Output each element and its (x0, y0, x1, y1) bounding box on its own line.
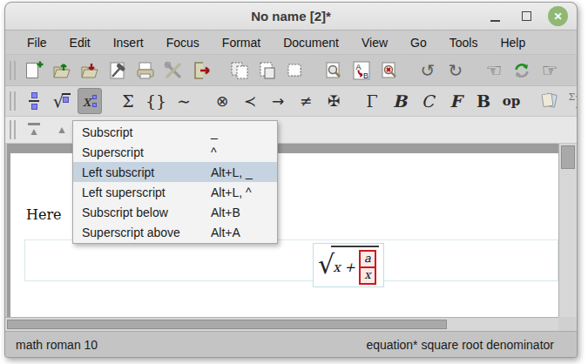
toolbar-grip[interactable] (10, 120, 16, 139)
equation-block[interactable]: √ x + a x (24, 239, 558, 281)
fraktur-f-icon: F (449, 93, 462, 110)
gamma-icon: Γ (366, 93, 377, 110)
close-icon: ✕ (553, 10, 562, 23)
maximize-icon (522, 11, 531, 21)
menu-item-superscript[interactable]: Superscript ^ (73, 142, 277, 162)
equation[interactable]: √ x + a x (313, 243, 384, 287)
vertical-scrollbar[interactable] (558, 144, 577, 317)
menu-document[interactable]: Document (274, 33, 348, 52)
menu-insert[interactable]: Insert (104, 33, 153, 52)
bold-b-icon: B (393, 93, 407, 110)
statusbar: math roman 10 equation* square root deno… (5, 331, 577, 357)
calligraphic-c-icon: C (422, 93, 435, 110)
undo-button[interactable]: ↺ (416, 57, 440, 84)
greek-letters-button[interactable]: Γ (360, 88, 384, 114)
back-button[interactable]: ☜ (482, 57, 506, 84)
menu-item-superscript-above[interactable]: Superscript above Alt+A (73, 222, 277, 242)
subscript-superscript-icon: x (83, 92, 98, 110)
cut-button[interactable] (283, 57, 308, 84)
accent-button[interactable]: ∼ (172, 88, 196, 114)
spell-check-button[interactable] (377, 57, 402, 84)
focus-top-button[interactable]: ▲ (22, 117, 46, 143)
close-document-button[interactable] (189, 57, 213, 84)
paste-icon (257, 60, 278, 81)
fraction[interactable]: a x (359, 250, 376, 285)
new-document-icon (24, 60, 44, 81)
op-icon: op (503, 95, 521, 108)
blackboard-letters-button[interactable]: B (471, 88, 496, 114)
menu-tools[interactable]: Tools (440, 33, 488, 52)
toolbar-grip[interactable] (10, 61, 16, 80)
build-page-button[interactable] (105, 57, 130, 84)
main-toolbar: A B ↺ ↻ ☜ (5, 55, 577, 86)
replace-button[interactable]: A B (349, 57, 374, 84)
reload-button[interactable] (510, 57, 534, 84)
menubar: File Edit Insert Focus Format Document V… (5, 30, 577, 55)
bold-letters-button[interactable]: B (388, 88, 412, 114)
triangle-top-icon: ▲ (28, 123, 40, 137)
negation-button[interactable]: ≠ (294, 88, 318, 114)
relation-button[interactable]: ≺ (238, 88, 262, 114)
menu-go[interactable]: Go (401, 33, 436, 52)
calligraphic-letters-button[interactable]: C (416, 88, 440, 114)
misc-symbol-button[interactable]: ✠ (321, 88, 346, 114)
maximize-button[interactable] (517, 7, 536, 26)
menu-focus[interactable]: Focus (157, 33, 209, 52)
toolbar-grip[interactable] (10, 91, 16, 111)
new-document-button[interactable] (22, 57, 46, 84)
back-hand-icon: ☜ (486, 60, 503, 81)
redo-button[interactable]: ↻ (443, 57, 468, 84)
tools-icon (163, 60, 184, 81)
search-icon (323, 60, 344, 81)
copy-button[interactable] (227, 57, 252, 84)
menu-format[interactable]: Format (213, 33, 270, 52)
forward-button[interactable]: ☞ (537, 57, 562, 84)
binary-operator-button[interactable]: ⊗ (210, 88, 234, 114)
paste-button[interactable] (255, 57, 280, 84)
scrollbar-corner (558, 317, 577, 331)
paragraph-text[interactable]: Here (26, 206, 62, 223)
menu-item-subscript-below[interactable]: Subscript below Alt+B (73, 202, 277, 222)
undo-icon: ↺ (421, 62, 436, 79)
focus-up-button[interactable]: ▲ (50, 117, 74, 143)
fraction-numerator[interactable]: a (359, 250, 376, 268)
brackets-button[interactable]: {} (144, 88, 168, 114)
print-button[interactable] (133, 57, 158, 84)
not-equal-icon: ≠ (300, 94, 312, 109)
fraction-button[interactable] (22, 88, 46, 114)
hammer-page-icon (107, 60, 128, 81)
search-button[interactable] (321, 57, 346, 84)
radicand-text[interactable]: x + (333, 260, 355, 275)
big-operator-button[interactable]: Σ (116, 88, 140, 114)
open-document-button[interactable] (50, 57, 74, 84)
preferences-button[interactable] (161, 57, 186, 84)
horizontal-scrollbar[interactable] (5, 317, 558, 331)
redo-icon: ↻ (449, 62, 463, 79)
menu-item-subscript[interactable]: Subscript _ (73, 122, 277, 142)
menu-edit[interactable]: Edit (60, 33, 100, 52)
close-button[interactable]: ✕ (548, 6, 568, 26)
cut-icon (285, 60, 306, 81)
fraction-denominator[interactable]: x (359, 266, 376, 285)
otimes-icon: ⊗ (216, 94, 228, 109)
titlebar[interactable]: No name [2]* ✕ (5, 3, 577, 30)
arrow-button[interactable]: → (266, 88, 290, 114)
menu-view[interactable]: View (352, 33, 397, 52)
script-button[interactable]: x (78, 88, 102, 114)
right-arrow-icon: → (272, 94, 284, 109)
operator-name-button[interactable]: op (499, 88, 524, 114)
fraktur-letters-button[interactable]: F (443, 88, 468, 114)
menu-help[interactable]: Help (490, 33, 535, 52)
menu-file[interactable]: File (17, 33, 57, 52)
save-document-button[interactable] (78, 57, 102, 84)
minimize-button[interactable] (485, 7, 504, 26)
menu-item-left-superscript[interactable]: Left superscript Alt+L, ^ (73, 182, 277, 202)
cards-button[interactable] (537, 88, 562, 114)
script-dropdown-menu: Subscript _ Superscript ^ Left subscript… (72, 120, 278, 244)
semantic-math-button[interactable]: ΣΣ (565, 88, 578, 114)
square-root-button[interactable]: √ (50, 88, 74, 114)
horizontal-scrollbar-thumb[interactable] (7, 320, 447, 329)
minimize-icon (490, 20, 500, 22)
menu-item-left-subscript[interactable]: Left subscript Alt+L, _ (73, 162, 277, 182)
vertical-scrollbar-thumb[interactable] (561, 145, 575, 169)
